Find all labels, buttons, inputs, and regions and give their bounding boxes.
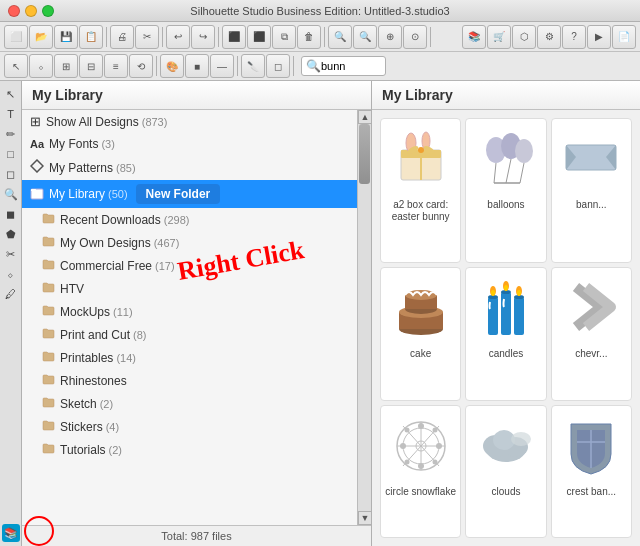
grid-item-cake[interactable]: cake [380, 267, 461, 400]
tree-item-tutorials[interactable]: Tutorials (2) [22, 438, 357, 461]
search-input[interactable] [321, 60, 381, 72]
pointer-tool[interactable]: ↖ [2, 85, 20, 103]
grid-item-candles[interactable]: candles [465, 267, 546, 400]
tree-item-my-patterns[interactable]: My Patterns (85) [22, 155, 357, 180]
svg-point-58 [511, 432, 531, 446]
snap-btn[interactable]: ⊟ [79, 54, 103, 78]
new-btn[interactable]: ⬜ [4, 25, 28, 49]
library-btn[interactable]: 📚 [462, 25, 486, 49]
knife-tool[interactable]: ✂ [2, 245, 20, 263]
grid-item-crest-banner[interactable]: crest ban... [551, 405, 632, 538]
duplicate-btn[interactable]: ⧉ [272, 25, 296, 49]
color-btn[interactable]: 🎨 [160, 54, 184, 78]
scroll-down-arrow[interactable]: ▼ [358, 511, 371, 525]
library-scrollbar[interactable]: ▲ ▼ [357, 110, 371, 525]
print-btn[interactable]: 🖨 [110, 25, 134, 49]
align-btn[interactable]: ≡ [104, 54, 128, 78]
close-button[interactable] [8, 5, 20, 17]
new-folder-button[interactable]: New Folder [136, 184, 221, 204]
eraser-btn[interactable]: ◻ [266, 54, 290, 78]
node-btn[interactable]: ⬦ [29, 54, 53, 78]
svg-point-38 [517, 290, 521, 296]
text-tool[interactable]: T [2, 105, 20, 123]
send-btn[interactable]: ▶ [587, 25, 611, 49]
weld-tool[interactable]: ⬟ [2, 225, 20, 243]
grid-item-clouds[interactable]: clouds [465, 405, 546, 538]
library-tool[interactable]: 📚 [2, 524, 20, 542]
zoom-tool[interactable]: 🔍 [2, 185, 20, 203]
ungroup-btn[interactable]: ⬛ [247, 25, 271, 49]
toolbar-right: 📚 🛒 ⬡ ⚙ ? ▶ 📄 [462, 25, 636, 49]
tree-item-sketch[interactable]: Sketch (2) [22, 392, 357, 415]
undo-btn[interactable]: ↩ [166, 25, 190, 49]
my-library-count: (50) [108, 188, 128, 200]
redo-btn[interactable]: ↪ [191, 25, 215, 49]
help-btn[interactable]: ? [562, 25, 586, 49]
label-clouds: clouds [492, 486, 521, 498]
grid-item-banner[interactable]: bann... [551, 118, 632, 263]
tree-item-my-fonts[interactable]: Aa My Fonts (3) [22, 133, 357, 155]
shape-tool[interactable]: □ [2, 145, 20, 163]
transform-btn[interactable]: ⟲ [129, 54, 153, 78]
sketch-count: (2) [100, 398, 113, 410]
search-box[interactable]: 🔍 [301, 56, 386, 76]
delete-btn[interactable]: 🗑 [297, 25, 321, 49]
save-btn[interactable]: 💾 [54, 25, 78, 49]
save-as-btn[interactable]: 📋 [79, 25, 103, 49]
maximize-button[interactable] [42, 5, 54, 17]
grid-item-circle-snowflake[interactable]: circle snowflake [380, 405, 461, 538]
select-btn[interactable]: ↖ [4, 54, 28, 78]
open-btn[interactable]: 📂 [29, 25, 53, 49]
cut-machine-btn[interactable]: ✂ [135, 25, 159, 49]
grid-item-chevron[interactable]: chevr... [551, 267, 632, 400]
scroll-thumb[interactable] [359, 124, 370, 184]
pen-tool[interactable]: 🖊 [2, 285, 20, 303]
store-btn[interactable]: 🛒 [487, 25, 511, 49]
scroll-track[interactable] [358, 124, 371, 511]
group-btn[interactable]: ⬛ [222, 25, 246, 49]
sep-8 [293, 56, 294, 76]
zoom-100-btn[interactable]: ⊙ [403, 25, 427, 49]
fill-tool[interactable]: ◼ [2, 205, 20, 223]
grid-btn[interactable]: ⊞ [54, 54, 78, 78]
library-footer: Total: 987 files [22, 525, 371, 546]
thumb-easter-bunny [386, 125, 456, 195]
library-tree[interactable]: ⊞ Show All Designs (873) Aa My Fonts (3) [22, 110, 357, 525]
tree-item-rhinestones[interactable]: Rhinestones [22, 369, 357, 392]
tree-item-stickers[interactable]: Stickers (4) [22, 415, 357, 438]
zoom-in-btn[interactable]: 🔍 [328, 25, 352, 49]
knife-btn[interactable]: 🔪 [241, 54, 265, 78]
line-btn[interactable]: — [210, 54, 234, 78]
tree-item-my-library[interactable]: My Library (50) New Folder [22, 180, 357, 208]
tree-item-print-cut[interactable]: Print and Cut (8) [22, 323, 357, 346]
tree-item-mockups[interactable]: MockUps (11) [22, 300, 357, 323]
tree-item-my-own-designs[interactable]: My Own Designs (467) [22, 231, 357, 254]
tree-item-show-all[interactable]: ⊞ Show All Designs (873) [22, 110, 357, 133]
svg-point-48 [436, 443, 442, 449]
svg-point-13 [515, 139, 533, 163]
print-cut-count: (8) [133, 329, 146, 341]
shape-btn[interactable]: ⬡ [512, 25, 536, 49]
tutorials-label: Tutorials [60, 443, 106, 457]
eraser-tool[interactable]: ◻ [2, 165, 20, 183]
draw-tool[interactable]: ✏ [2, 125, 20, 143]
minimize-button[interactable] [25, 5, 37, 17]
window-controls[interactable] [8, 5, 54, 17]
fill-btn[interactable]: ■ [185, 54, 209, 78]
tree-item-printables[interactable]: Printables (14) [22, 346, 357, 369]
zoom-out-btn[interactable]: 🔍 [353, 25, 377, 49]
zoom-fit-btn[interactable]: ⊕ [378, 25, 402, 49]
tree-item-recent-downloads[interactable]: Recent Downloads (298) [22, 208, 357, 231]
settings-btn[interactable]: ⚙ [537, 25, 561, 49]
svg-point-47 [400, 443, 406, 449]
pages-btn[interactable]: 📄 [612, 25, 636, 49]
grid-item-easter-bunny[interactable]: a2 box card: easter bunny [380, 118, 461, 263]
node-tool[interactable]: ⬦ [2, 265, 20, 283]
tree-item-commercial-free[interactable]: Commercial Free (17) [22, 254, 357, 277]
tree-item-htv[interactable]: HTV [22, 277, 357, 300]
show-all-icon: ⊞ [30, 114, 41, 129]
content-panel-header: My Library [372, 81, 640, 110]
scroll-up-arrow[interactable]: ▲ [358, 110, 371, 124]
grid-item-balloons[interactable]: balloons [465, 118, 546, 263]
svg-point-10 [418, 147, 424, 153]
